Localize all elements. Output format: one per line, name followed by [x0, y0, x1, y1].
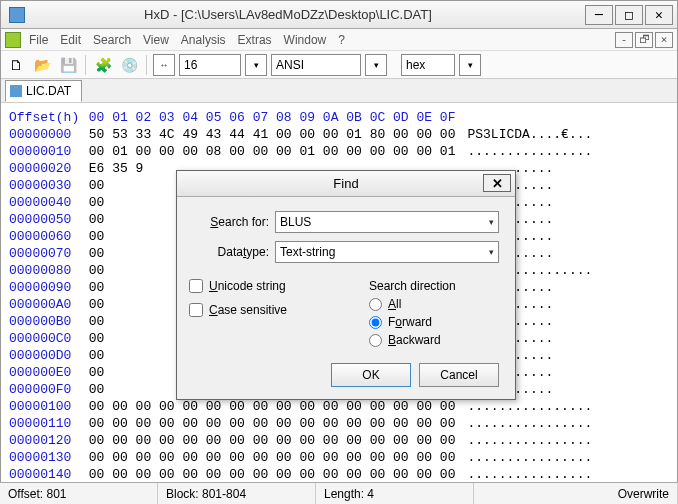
- hex-row[interactable]: 00000130 00 00 00 00 00 00 00 00 00 00 0…: [9, 449, 669, 466]
- case-sensitive-checkbox[interactable]: Case sensitive: [189, 303, 369, 317]
- dialog-title: Find: [333, 176, 358, 191]
- cancel-button[interactable]: Cancel: [419, 363, 499, 387]
- menu-extras[interactable]: Extras: [238, 33, 272, 47]
- menu-view[interactable]: View: [143, 33, 169, 47]
- dialog-close-button[interactable]: ✕: [483, 174, 511, 192]
- offset-base-dropdown-arrow[interactable]: ▾: [459, 54, 481, 76]
- bytes-per-row-input[interactable]: [179, 54, 241, 76]
- hex-row[interactable]: 00000140 00 00 00 00 00 00 00 00 00 00 0…: [9, 466, 669, 483]
- status-block: Block: 801-804: [158, 483, 316, 504]
- hex-row[interactable]: 00000100 00 00 00 00 00 00 00 00 00 00 0…: [9, 398, 669, 415]
- datatype-select[interactable]: Text-string▾: [275, 241, 499, 263]
- menu-edit[interactable]: Edit: [60, 33, 81, 47]
- new-file-button[interactable]: 🗋: [5, 54, 27, 76]
- datatype-value: Text-string: [280, 245, 335, 259]
- status-offset: Offset: 801: [0, 483, 158, 504]
- tab-strip: LIC.DAT: [1, 79, 677, 103]
- direction-all-radio[interactable]: All: [369, 297, 499, 311]
- direction-forward-radio[interactable]: Forward: [369, 315, 499, 329]
- search-for-label: Search for:: [210, 215, 269, 229]
- unicode-checkbox[interactable]: Unicode string: [189, 279, 369, 293]
- tab-label: LIC.DAT: [26, 84, 71, 98]
- menu-analysis[interactable]: Analysis: [181, 33, 226, 47]
- document-tab[interactable]: LIC.DAT: [5, 80, 82, 102]
- offset-base-select[interactable]: [401, 54, 455, 76]
- hex-row[interactable]: 00000110 00 00 00 00 00 00 00 00 00 00 0…: [9, 415, 669, 432]
- status-mode: Overwrite: [610, 483, 678, 504]
- title-bar: HxD - [C:\Users\LAv8edMoDZz\Desktop\LIC.…: [1, 1, 677, 29]
- datatype-label: Datatype:: [218, 245, 269, 259]
- search-direction-label: Search direction: [369, 279, 499, 293]
- hxd-icon: [5, 32, 21, 48]
- offset-header: Offset(h): [9, 109, 81, 126]
- hex-row[interactable]: 00000000 50 53 33 4C 49 43 44 41 00 00 0…: [9, 126, 669, 143]
- app-icon: [9, 7, 25, 23]
- menu-bar: File Edit Search View Analysis Extras Wi…: [1, 29, 677, 51]
- mdi-close-button[interactable]: ×: [655, 32, 673, 48]
- direction-backward-radio[interactable]: Backward: [369, 333, 499, 347]
- status-length: Length: 4: [316, 483, 474, 504]
- open-ram-button[interactable]: 🧩: [92, 54, 114, 76]
- bytes-per-row-dropdown-arrow[interactable]: ↔: [153, 54, 175, 76]
- bytes-per-row-field[interactable]: [180, 55, 240, 75]
- menu-help[interactable]: ?: [338, 33, 345, 47]
- document-icon: [10, 85, 22, 97]
- mdi-minimize-button[interactable]: -: [615, 32, 633, 48]
- search-for-input[interactable]: BLUS▾: [275, 211, 499, 233]
- menu-file[interactable]: File: [29, 33, 48, 47]
- chevron-down-icon: ▾: [489, 247, 494, 257]
- find-dialog: Find ✕ Search for: BLUS▾ Datatype: Text-…: [176, 170, 516, 400]
- window-title: HxD - [C:\Users\LAv8edMoDZz\Desktop\LIC.…: [33, 7, 583, 22]
- menu-search[interactable]: Search: [93, 33, 131, 47]
- offset-base-field[interactable]: [402, 55, 446, 75]
- chevron-down-icon: ▾: [489, 217, 494, 227]
- hex-row[interactable]: 00000120 00 00 00 00 00 00 00 00 00 00 0…: [9, 432, 669, 449]
- maximize-button[interactable]: □: [615, 5, 643, 25]
- columns-header: 00 01 02 03 04 05 06 07 08 09 0A 0B 0C 0…: [89, 110, 456, 125]
- bytes-dropdown-arrow[interactable]: ▾: [245, 54, 267, 76]
- save-file-button[interactable]: 💾: [57, 54, 79, 76]
- charset-dropdown-arrow[interactable]: ▾: [365, 54, 387, 76]
- toolbar-separator: [146, 55, 147, 75]
- toolbar-separator: [85, 55, 86, 75]
- toolbar: 🗋 📂 💾 🧩 💿 ↔ ▾ ▾ ▾: [1, 51, 677, 79]
- dialog-titlebar[interactable]: Find ✕: [177, 171, 515, 197]
- ok-button[interactable]: OK: [331, 363, 411, 387]
- menu-window[interactable]: Window: [284, 33, 327, 47]
- status-bar: Offset: 801 Block: 801-804 Length: 4 Ove…: [0, 482, 678, 504]
- search-for-value: BLUS: [280, 215, 311, 229]
- close-button[interactable]: ✕: [645, 5, 673, 25]
- mdi-restore-button[interactable]: 🗗: [635, 32, 653, 48]
- minimize-button[interactable]: ─: [585, 5, 613, 25]
- open-disk-button[interactable]: 💿: [118, 54, 140, 76]
- open-file-button[interactable]: 📂: [31, 54, 53, 76]
- charset-field[interactable]: [272, 55, 352, 75]
- charset-select[interactable]: [271, 54, 361, 76]
- hex-row[interactable]: 00000010 00 01 00 00 00 08 00 00 00 01 0…: [9, 143, 669, 160]
